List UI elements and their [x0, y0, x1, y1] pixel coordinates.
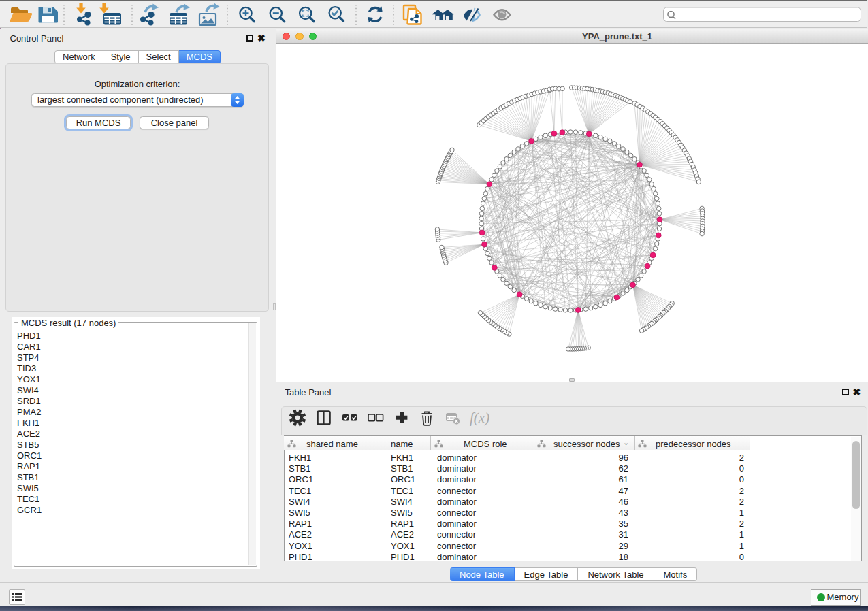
- svg-text:f(x): f(x): [470, 410, 489, 426]
